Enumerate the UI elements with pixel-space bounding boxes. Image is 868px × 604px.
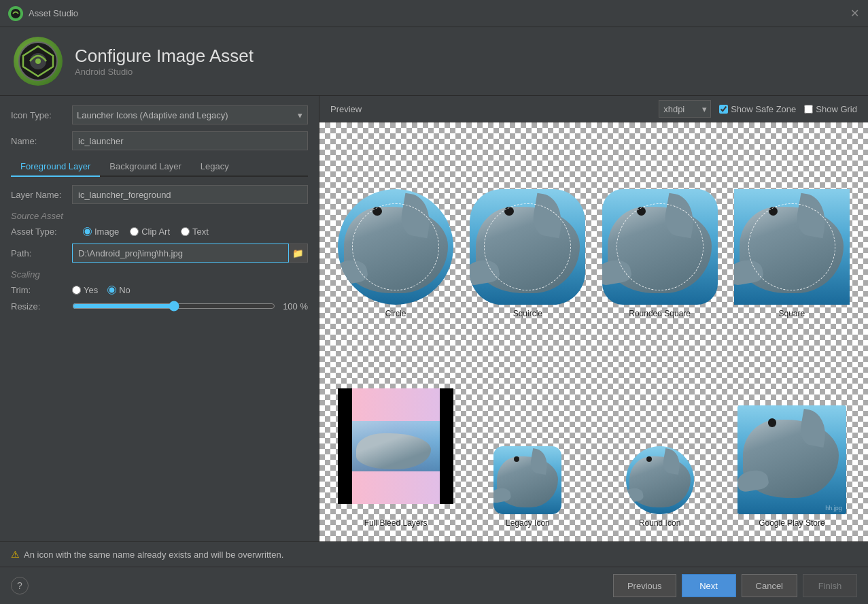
source-asset-title: Source Asset [11, 211, 308, 221]
round-icon-container [626, 446, 694, 514]
asset-type-image-text: Image [94, 227, 119, 237]
asset-type-clipart-text: Clip Art [141, 227, 170, 237]
resize-slider-wrap: 100 % [72, 301, 308, 312]
previous-button[interactable]: Previous [613, 574, 676, 597]
resize-label: Resize: [11, 301, 72, 312]
trim-yes-text: Yes [84, 285, 98, 295]
asset-type-text-text: Text [192, 227, 209, 237]
next-button[interactable]: Next [682, 574, 736, 597]
path-row: Path: 📁 [11, 244, 308, 263]
window-title: Asset Studio [29, 8, 849, 18]
preview-item-circle: Circle [333, 136, 458, 318]
header-text: Configure Image Asset Android Studio [75, 46, 254, 77]
google-play-label: Google Play Store [759, 518, 824, 528]
finish-button[interactable]: Finish [803, 574, 857, 597]
svg-point-0 [11, 9, 20, 18]
asset-type-image-radio[interactable] [83, 227, 92, 236]
warning-text: ⚠ An icon with the same name already exi… [11, 549, 283, 560]
asset-type-text-radio[interactable] [181, 227, 190, 236]
square-label: Square [779, 309, 805, 318]
asset-type-clipart-label[interactable]: Clip Art [130, 227, 170, 237]
cancel-button[interactable]: Cancel [742, 574, 797, 597]
full-bleed-right-bar [440, 388, 453, 504]
right-panel: Preview xhdpi mdpi hdpi xxhdpi xxxhdpi S… [319, 96, 868, 541]
full-bleed-icon [338, 388, 453, 504]
legacy-icon-container [493, 446, 561, 514]
layer-name-input[interactable] [72, 185, 308, 204]
square-icon [734, 189, 850, 305]
tab-foreground-layer[interactable]: Foreground Layer [11, 157, 100, 177]
warning-icon: ⚠ [11, 549, 20, 560]
legacy-label: Legacy Icon [506, 518, 550, 528]
asset-type-label: Asset Type: [11, 227, 72, 237]
asset-type-row: Asset Type: Image Clip Art Text [11, 227, 308, 237]
show-grid-label[interactable]: Show Grid [804, 104, 857, 114]
trim-no-label[interactable]: No [107, 285, 131, 295]
resize-row: Resize: 100 % [11, 301, 308, 312]
page-subtitle: Android Studio [75, 67, 254, 77]
content-area: Icon Type: Launcher Icons (Adaptive and … [0, 96, 868, 541]
browse-button[interactable]: 📁 [289, 244, 308, 263]
dpi-select-wrap: xhdpi mdpi hdpi xxhdpi xxxhdpi [659, 100, 711, 118]
full-bleed-pink-top [352, 388, 440, 421]
asset-type-text-label[interactable]: Text [181, 227, 209, 237]
rounded-square-icon [602, 189, 718, 305]
svg-point-3 [35, 58, 41, 64]
google-play-icon: hh.jpg [737, 405, 846, 514]
preview-item-squircle: Squircle [465, 136, 590, 318]
trim-no-radio[interactable] [107, 286, 116, 295]
tab-background-layer[interactable]: Background Layer [100, 157, 191, 177]
preview-item-round: Round Icon [597, 325, 723, 528]
asset-type-clipart-radio[interactable] [130, 227, 139, 236]
preview-item-square: Square [729, 136, 854, 318]
trim-row: Trim: Yes No [11, 285, 308, 295]
layer-name-input-wrap [72, 185, 308, 204]
trim-yes-radio[interactable] [72, 286, 81, 295]
help-button[interactable]: ? [11, 577, 29, 594]
rounded-square-label: Rounded Square [629, 309, 691, 318]
circle-icon-container [338, 189, 453, 305]
layer-name-label: Layer Name: [11, 190, 72, 200]
show-grid-checkbox[interactable] [804, 105, 813, 114]
header: Configure Image Asset Android Studio [0, 27, 868, 96]
show-safe-zone-label[interactable]: Show Safe Zone [719, 104, 796, 114]
name-input[interactable] [72, 131, 308, 150]
page-title: Configure Image Asset [75, 46, 254, 67]
left-panel: Icon Type: Launcher Icons (Adaptive and … [0, 96, 319, 541]
layer-name-row: Layer Name: [11, 185, 308, 204]
name-label: Name: [11, 136, 72, 146]
preview-area: Circle Squircle [319, 122, 868, 541]
full-bleed-bg-layer [352, 421, 440, 472]
google-play-watermark: hh.jpg [825, 505, 842, 511]
show-safe-zone-checkbox[interactable] [719, 105, 728, 114]
warning-message: An icon with the same name already exist… [24, 550, 283, 560]
dpi-select[interactable]: xhdpi mdpi hdpi xxhdpi xxxhdpi [659, 100, 711, 118]
show-grid-text: Show Grid [816, 104, 857, 114]
full-bleed-icon-container [338, 378, 453, 514]
show-safe-zone-text: Show Safe Zone [731, 104, 796, 114]
resize-percent: 100 % [281, 301, 308, 312]
trim-radio-group: Yes No [72, 285, 131, 295]
asset-type-image-label[interactable]: Image [83, 227, 119, 237]
path-label: Path: [11, 248, 72, 258]
preview-header: Preview xhdpi mdpi hdpi xxhdpi xxxhdpi S… [319, 96, 868, 122]
resize-slider[interactable] [72, 301, 275, 312]
header-logo [14, 37, 63, 86]
app-icon [8, 6, 23, 21]
round-icon [626, 446, 694, 514]
circle-icon [338, 189, 453, 305]
squircle-icon-container [470, 189, 585, 305]
square-icon-container [734, 189, 850, 305]
path-input[interactable] [72, 244, 289, 263]
close-button[interactable]: ✕ [849, 8, 860, 19]
name-row: Name: [11, 131, 308, 150]
tab-legacy[interactable]: Legacy [191, 157, 239, 177]
rounded-square-icon-container [602, 189, 718, 305]
app-container: Asset Studio ✕ Configure Image Asset And… [0, 0, 868, 604]
preview-title: Preview [330, 104, 650, 114]
circle-label: Circle [385, 309, 406, 318]
trim-no-text: No [119, 285, 131, 295]
trim-yes-label[interactable]: Yes [72, 285, 98, 295]
icon-type-label: Icon Type: [11, 110, 72, 120]
icon-type-select[interactable]: Launcher Icons (Adaptive and Legacy) [72, 105, 308, 124]
